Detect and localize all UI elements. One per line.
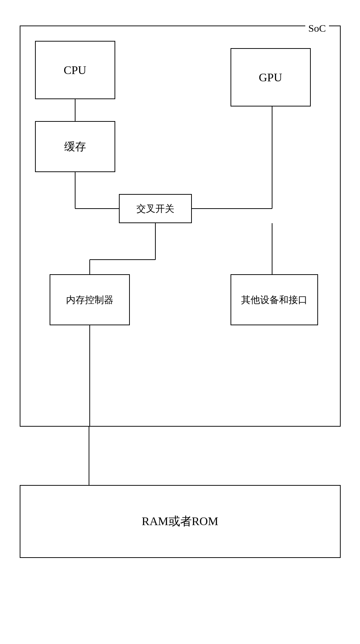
cpu-label: CPU: [63, 63, 86, 77]
ram-box: RAM或者ROM: [20, 485, 341, 558]
cache-label: 缓存: [64, 139, 86, 154]
diagram-container: SoC CPU GPU 缓存 交叉开关 内存控制器 其他设备和接口: [5, 7, 355, 644]
memctrl-label: 内存控制器: [66, 294, 113, 306]
crossbar-box: 交叉开关: [119, 194, 192, 223]
gpu-box: GPU: [231, 48, 311, 106]
soc-label: SoC: [305, 23, 329, 34]
cache-box: 缓存: [35, 121, 115, 172]
external-line-container: [20, 427, 341, 485]
other-box: 其他设备和接口: [231, 274, 318, 325]
external-line-svg: [20, 427, 341, 485]
other-label: 其他设备和接口: [241, 294, 307, 306]
cpu-box: CPU: [35, 41, 115, 99]
gpu-label: GPU: [259, 71, 282, 84]
ram-label: RAM或者ROM: [142, 513, 218, 529]
soc-box: SoC CPU GPU 缓存 交叉开关 内存控制器 其他设备和接口: [20, 26, 341, 427]
crossbar-label: 交叉开关: [136, 202, 174, 215]
memctrl-box: 内存控制器: [50, 274, 130, 325]
